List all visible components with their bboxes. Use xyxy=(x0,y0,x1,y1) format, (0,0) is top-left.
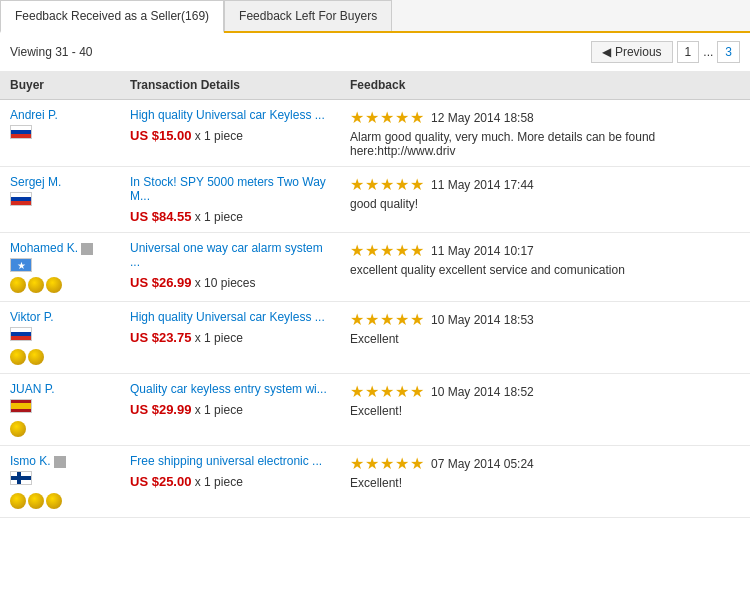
stars-rating: ★★★★★10 May 2014 18:52 xyxy=(350,382,740,401)
table-header-row: Buyer Transaction Details Feedback xyxy=(0,71,750,100)
star-icon: ★ xyxy=(395,175,409,194)
star-icon: ★ xyxy=(350,241,364,260)
buyer-name[interactable]: Andrei P. xyxy=(10,108,58,122)
current-page[interactable]: 1 xyxy=(677,41,700,63)
transaction-cell: Quality car keyless entry system wi...US… xyxy=(120,374,340,446)
transaction-link[interactable]: High quality Universal car Keyless ... xyxy=(130,108,330,122)
medal-icon xyxy=(46,277,62,293)
col-transaction: Transaction Details xyxy=(120,71,340,100)
transaction-cell: In Stock! SPY 5000 meters Two Way M...US… xyxy=(120,167,340,233)
edit-icon[interactable] xyxy=(81,243,93,255)
table-row: Viktor P.High quality Universal car Keyl… xyxy=(0,302,750,374)
buyer-medals xyxy=(10,493,110,509)
toolbar: Viewing 31 - 40 ◀ Previous 1 ... 3 xyxy=(0,33,750,71)
transaction-link[interactable]: Universal one way car alarm system ... xyxy=(130,241,330,269)
star-icon: ★ xyxy=(365,241,379,260)
buyer-cell: Viktor P. xyxy=(0,302,120,374)
medal-icon xyxy=(28,277,44,293)
prev-button[interactable]: ◀ Previous xyxy=(591,41,673,63)
feedback-cell: ★★★★★07 May 2014 05:24Excellent! xyxy=(340,446,750,518)
buyer-flag: ★ xyxy=(10,258,32,272)
feedback-cell: ★★★★★10 May 2014 18:53Excellent xyxy=(340,302,750,374)
table-row: JUAN P.Quality car keyless entry system … xyxy=(0,374,750,446)
price-qty: US $15.00 x 1 piece xyxy=(130,128,330,143)
buyer-name[interactable]: Mohamed K. xyxy=(10,241,78,255)
buyer-name[interactable]: Viktor P. xyxy=(10,310,54,324)
feedback-text: Excellent! xyxy=(350,404,740,418)
transaction-link[interactable]: Quality car keyless entry system wi... xyxy=(130,382,330,396)
transaction-cell: Universal one way car alarm system ...US… xyxy=(120,233,340,302)
star-icon: ★ xyxy=(410,382,424,401)
price: US $26.99 xyxy=(130,275,191,290)
tab-received[interactable]: Feedback Received as a Seller(169) xyxy=(0,0,224,33)
transaction-link[interactable]: High quality Universal car Keyless ... xyxy=(130,310,330,324)
buyer-medals xyxy=(10,421,110,437)
feedback-date: 10 May 2014 18:53 xyxy=(431,313,534,327)
star-icon: ★ xyxy=(350,108,364,127)
transaction-link[interactable]: In Stock! SPY 5000 meters Two Way M... xyxy=(130,175,330,203)
feedback-cell: ★★★★★11 May 2014 17:44good quality! xyxy=(340,167,750,233)
last-page-button[interactable]: 3 xyxy=(717,41,740,63)
prev-label: Previous xyxy=(615,45,662,59)
buyer-name[interactable]: Ismo K. xyxy=(10,454,51,468)
star-icon: ★ xyxy=(410,454,424,473)
pagination-dots: ... xyxy=(703,45,713,59)
tabs-container: Feedback Received as a Seller(169) Feedb… xyxy=(0,0,750,33)
buyer-flag xyxy=(10,192,32,206)
quantity: x 1 piece xyxy=(191,475,242,489)
feedback-cell: ★★★★★12 May 2014 18:58Alarm good quality… xyxy=(340,100,750,167)
transaction-link[interactable]: Free shipping universal electronic ... xyxy=(130,454,330,468)
star-icon: ★ xyxy=(380,108,394,127)
feedback-date: 07 May 2014 05:24 xyxy=(431,457,534,471)
buyer-cell: Ismo K. xyxy=(0,446,120,518)
buyer-name[interactable]: JUAN P. xyxy=(10,382,54,396)
star-icon: ★ xyxy=(365,382,379,401)
buyer-cell: Sergej M. xyxy=(0,167,120,233)
price: US $84.55 xyxy=(130,209,191,224)
star-icon: ★ xyxy=(410,310,424,329)
stars-rating: ★★★★★11 May 2014 10:17 xyxy=(350,241,740,260)
star-icon: ★ xyxy=(410,241,424,260)
star-icon: ★ xyxy=(365,175,379,194)
medal-icon xyxy=(10,277,26,293)
medal-icon xyxy=(10,349,26,365)
star-icon: ★ xyxy=(350,382,364,401)
quantity: x 1 piece xyxy=(191,331,242,345)
stars-rating: ★★★★★07 May 2014 05:24 xyxy=(350,454,740,473)
feedback-text: Alarm good quality, very much. More deta… xyxy=(350,130,740,158)
star-icon: ★ xyxy=(365,310,379,329)
price-qty: US $25.00 x 1 piece xyxy=(130,474,330,489)
feedback-date: 12 May 2014 18:58 xyxy=(431,111,534,125)
feedback-text: Excellent xyxy=(350,332,740,346)
buyer-medals xyxy=(10,277,110,293)
star-icon: ★ xyxy=(410,175,424,194)
transaction-cell: Free shipping universal electronic ...US… xyxy=(120,446,340,518)
price-qty: US $84.55 x 1 piece xyxy=(130,209,330,224)
buyer-cell: Andrei P. xyxy=(0,100,120,167)
price: US $15.00 xyxy=(130,128,191,143)
transaction-cell: High quality Universal car Keyless ...US… xyxy=(120,100,340,167)
buyer-name[interactable]: Sergej M. xyxy=(10,175,61,189)
star-icon: ★ xyxy=(395,108,409,127)
feedback-cell: ★★★★★11 May 2014 10:17excellent quality … xyxy=(340,233,750,302)
star-icon: ★ xyxy=(380,241,394,260)
star-icon: ★ xyxy=(380,382,394,401)
feedback-date: 11 May 2014 17:44 xyxy=(431,178,534,192)
star-icon: ★ xyxy=(395,454,409,473)
buyer-medals xyxy=(10,349,110,365)
feedback-date: 10 May 2014 18:52 xyxy=(431,385,534,399)
buyer-flag xyxy=(10,471,32,485)
medal-icon xyxy=(46,493,62,509)
price-qty: US $23.75 x 1 piece xyxy=(130,330,330,345)
edit-icon[interactable] xyxy=(54,456,66,468)
stars-rating: ★★★★★12 May 2014 18:58 xyxy=(350,108,740,127)
medal-icon xyxy=(10,421,26,437)
star-icon: ★ xyxy=(365,454,379,473)
star-icon: ★ xyxy=(395,310,409,329)
price: US $23.75 xyxy=(130,330,191,345)
col-buyer: Buyer xyxy=(0,71,120,100)
buyer-cell: JUAN P. xyxy=(0,374,120,446)
feedback-text: good quality! xyxy=(350,197,740,211)
tab-left[interactable]: Feedback Left For Buyers xyxy=(224,0,392,31)
table-row: Ismo K.Free shipping universal electroni… xyxy=(0,446,750,518)
